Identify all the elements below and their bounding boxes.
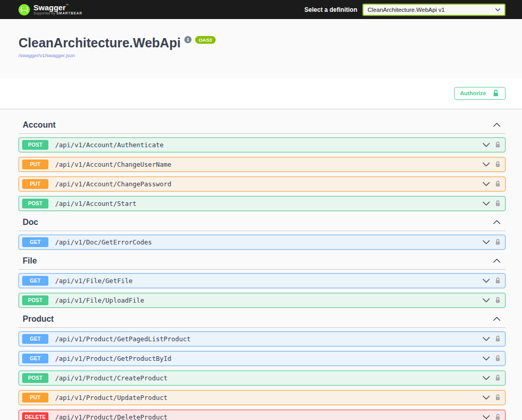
section-title: Account xyxy=(23,120,56,130)
brand-subtitle: Supported by SMARTBEAR xyxy=(33,12,82,15)
lock-icon[interactable] xyxy=(495,141,501,149)
api-title-text: CleanArchitecture.WebApi xyxy=(19,36,181,50)
operation-path: /api/v1/Account/Authenticate xyxy=(55,141,482,149)
chevron-down-icon[interactable] xyxy=(482,298,490,303)
method-badge: GET xyxy=(22,276,48,286)
chevron-up-icon[interactable] xyxy=(493,258,500,263)
chevron-down-icon[interactable] xyxy=(482,278,490,283)
api-section-product: Product GET /api/v1/Product/GetPagedList… xyxy=(19,314,506,420)
lock-icon[interactable] xyxy=(495,161,501,168)
chevron-down-icon[interactable] xyxy=(482,337,490,341)
lock-icon[interactable] xyxy=(495,296,501,304)
operation-row[interactable]: POST /api/v1/Account/Start xyxy=(19,196,506,211)
lock-icon[interactable] xyxy=(495,394,501,401)
api-section-doc: Doc GET /api/v1/Doc/GetErrorCodes xyxy=(19,217,506,250)
chevron-down-icon[interactable] xyxy=(482,240,490,244)
operation-row[interactable]: GET /api/v1/Doc/GetErrorCodes xyxy=(19,235,506,250)
operation-path: /api/v1/Product/GetPagedListProduct xyxy=(55,335,482,343)
section-title: Doc xyxy=(23,217,38,227)
operation-path: /api/v1/Account/Start xyxy=(55,200,482,207)
method-badge: GET xyxy=(22,354,48,363)
operation-path: /api/v1/File/UploadFile xyxy=(55,296,482,304)
scheme-container: Authorize xyxy=(0,78,522,109)
operation-row[interactable]: DELETE /api/v1/Product/DeleteProduct xyxy=(19,410,506,420)
api-info-section: CleanArchitecture.WebApi 1 OAS3 /swagger… xyxy=(0,19,522,78)
method-badge: GET xyxy=(22,237,48,247)
chevron-down-icon[interactable] xyxy=(482,162,490,167)
chevron-up-icon[interactable] xyxy=(493,122,500,127)
operation-path: /api/v1/Product/UpdateProduct xyxy=(55,394,482,401)
selected-definition: CleanArchitecture.WebApi v1 xyxy=(368,7,445,13)
operation-path: /api/v1/Doc/GetErrorCodes xyxy=(55,238,482,246)
chevron-down-icon[interactable] xyxy=(482,395,490,400)
section-header[interactable]: Product xyxy=(19,314,506,328)
spec-url-link[interactable]: /swagger/v1/swagger.json xyxy=(19,52,75,58)
api-section-file: File GET /api/v1/File/GetFile POST /api/… xyxy=(19,256,506,308)
lock-icon[interactable] xyxy=(495,355,501,362)
operations-list: Account POST /api/v1/Account/Authenticat… xyxy=(0,109,522,420)
chevron-down-icon xyxy=(495,8,500,11)
braces-icon: {…} xyxy=(21,7,28,12)
lock-icon[interactable] xyxy=(495,277,501,285)
operation-path: /api/v1/Product/CreateProduct xyxy=(55,374,482,382)
smartbear-wordmark: SMARTBEAR xyxy=(56,11,82,15)
definition-select[interactable]: CleanArchitecture.WebApi v1 xyxy=(362,4,506,16)
select-definition-label: Select a definition xyxy=(304,6,357,13)
section-operations: POST /api/v1/Account/Authenticate PUT /a… xyxy=(19,134,506,211)
section-operations: GET /api/v1/Doc/GetErrorCodes xyxy=(19,231,506,250)
definition-select-group: Select a definition CleanArchitecture.We… xyxy=(304,4,506,16)
chevron-up-icon[interactable] xyxy=(493,220,500,224)
version-badge: 1 xyxy=(184,36,192,43)
method-badge: PUT xyxy=(22,160,48,169)
method-badge: POST xyxy=(22,295,48,305)
method-badge: GET xyxy=(22,334,48,344)
lock-icon[interactable] xyxy=(495,374,501,382)
lock-icon[interactable] xyxy=(495,200,501,207)
operation-path: /api/v1/Account/ChangePassword xyxy=(55,180,482,188)
method-badge: PUT xyxy=(22,393,48,402)
method-badge: DELETE xyxy=(22,412,48,420)
swagger-logo-icon: {…} xyxy=(19,4,30,15)
operation-path: /api/v1/Product/DeleteProduct xyxy=(55,413,482,420)
operation-row[interactable]: PUT /api/v1/Product/UpdateProduct xyxy=(19,390,506,405)
lock-icon[interactable] xyxy=(495,180,501,188)
chevron-down-icon[interactable] xyxy=(482,356,490,361)
topbar: {…} Swagger™ Supported by SMARTBEAR Sele… xyxy=(0,0,522,19)
lock-icon[interactable] xyxy=(495,413,501,420)
chevron-down-icon[interactable] xyxy=(482,415,490,419)
operation-row[interactable]: POST /api/v1/File/UploadFile xyxy=(19,293,506,308)
unlock-icon xyxy=(492,89,499,98)
operation-path: /api/v1/Account/ChangeUserName xyxy=(55,161,482,168)
chevron-down-icon[interactable] xyxy=(482,143,490,147)
operation-row[interactable]: PUT /api/v1/Account/ChangePassword xyxy=(19,177,506,191)
operation-row[interactable]: GET /api/v1/Product/GetPagedListProduct xyxy=(19,331,506,346)
api-section-account: Account POST /api/v1/Account/Authenticat… xyxy=(19,120,506,211)
authorize-label: Authorize xyxy=(460,90,486,96)
swagger-logo-link[interactable]: {…} Swagger™ Supported by SMARTBEAR xyxy=(19,4,82,16)
lock-icon[interactable] xyxy=(495,238,501,246)
operation-row[interactable]: POST /api/v1/Product/CreateProduct xyxy=(19,371,506,386)
section-operations: GET /api/v1/File/GetFile POST /api/v1/Fi… xyxy=(19,270,506,308)
chevron-down-icon[interactable] xyxy=(482,376,490,380)
operation-row[interactable]: GET /api/v1/File/GetFile xyxy=(19,273,506,288)
section-operations: GET /api/v1/Product/GetPagedListProduct … xyxy=(19,328,506,420)
section-header[interactable]: File xyxy=(19,256,506,270)
oas3-badge: OAS3 xyxy=(195,36,216,44)
operation-row[interactable]: PUT /api/v1/Account/ChangeUserName xyxy=(19,157,506,172)
chevron-down-icon[interactable] xyxy=(482,182,490,186)
authorize-button[interactable]: Authorize xyxy=(454,87,506,100)
lock-icon[interactable] xyxy=(495,335,501,343)
brand-name: Swagger™ xyxy=(33,4,82,12)
chevron-up-icon[interactable] xyxy=(493,317,500,321)
operation-path: /api/v1/Product/GetProductById xyxy=(55,355,482,362)
operation-row[interactable]: GET /api/v1/Product/GetProductById xyxy=(19,351,506,366)
operation-row[interactable]: POST /api/v1/Account/Authenticate xyxy=(19,137,506,152)
trademark-mark: ™ xyxy=(66,4,69,7)
method-badge: POST xyxy=(22,140,48,150)
section-title: File xyxy=(23,256,37,266)
section-header[interactable]: Account xyxy=(19,120,506,134)
section-title: Product xyxy=(23,314,54,324)
section-header[interactable]: Doc xyxy=(19,217,506,231)
method-badge: POST xyxy=(22,373,48,383)
chevron-down-icon[interactable] xyxy=(482,201,490,206)
